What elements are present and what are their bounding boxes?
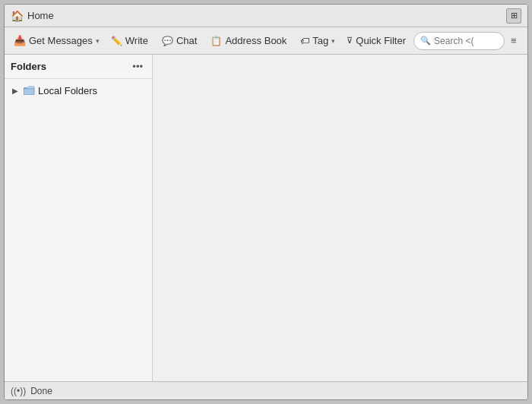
quick-filter-button[interactable]: ⊽ Quick Filter <box>340 31 412 51</box>
home-icon: 🏠 <box>11 10 23 22</box>
write-icon: ✏️ <box>111 36 122 46</box>
tag-icon: 🏷 <box>300 36 309 46</box>
local-folders-item[interactable]: ▶ Local Folders <box>5 82 152 99</box>
quick-filter-label: Quick Filter <box>356 35 406 46</box>
menu-icon: ≡ <box>511 35 518 46</box>
chat-label: Chat <box>176 35 197 46</box>
folders-header-title: Folders <box>11 61 46 72</box>
title-bar: 🏠 Home ⊞ <box>5 5 527 27</box>
status-bar: ((•)) Done <box>5 381 527 399</box>
window-controls: ⊞ <box>506 8 521 24</box>
sidebar: Folders ••• ▶ Local Folders <box>5 55 153 381</box>
hamburger-menu-button[interactable]: ≡ <box>506 33 522 49</box>
svg-rect-0 <box>24 88 34 95</box>
main-area: Folders ••• ▶ Local Folders <box>5 55 527 381</box>
toolbar: 📥 Get Messages ▾ ✏️ Write 💬 Chat 📋 Addre… <box>5 27 527 55</box>
sidebar-header: Folders ••• <box>5 55 152 79</box>
write-label: Write <box>125 35 148 46</box>
filter-icon: ⊽ <box>347 36 353 46</box>
tag-button[interactable]: 🏷 Tag ▾ <box>294 31 339 51</box>
chat-button[interactable]: 💬 Chat <box>156 31 203 51</box>
sidebar-content: ▶ Local Folders <box>5 79 152 381</box>
content-pane <box>153 55 527 381</box>
get-messages-label: Get Messages <box>29 35 93 46</box>
folders-more-button[interactable]: ••• <box>129 59 146 74</box>
get-messages-dropdown-icon: ▾ <box>96 37 100 45</box>
local-folders-label: Local Folders <box>38 85 97 96</box>
address-book-icon: 📋 <box>211 36 222 46</box>
grid-button[interactable]: ⊞ <box>506 8 521 24</box>
search-icon: 🔍 <box>420 36 431 46</box>
search-box[interactable]: 🔍 <box>413 32 505 50</box>
address-book-label: Address Book <box>225 35 287 46</box>
search-input[interactable] <box>434 36 495 46</box>
folder-icon <box>23 84 35 96</box>
app-window: 🏠 Home ⊞ 📥 Get Messages ▾ ✏️ Write 💬 Cha… <box>4 4 528 400</box>
tag-label: Tag <box>312 35 328 46</box>
status-icon: ((•)) <box>11 386 26 396</box>
folder-expand-icon: ▶ <box>11 86 20 95</box>
window-title: Home <box>27 10 502 21</box>
address-book-button[interactable]: 📋 Address Book <box>204 31 293 51</box>
more-icon: ••• <box>132 61 143 72</box>
tag-dropdown-icon: ▾ <box>331 37 335 45</box>
get-messages-button[interactable]: 📥 Get Messages ▾ <box>8 31 103 51</box>
chat-icon: 💬 <box>162 36 173 46</box>
inbox-icon: 📥 <box>14 35 26 46</box>
status-text: Done <box>30 386 52 396</box>
write-button[interactable]: ✏️ Write <box>105 31 154 51</box>
